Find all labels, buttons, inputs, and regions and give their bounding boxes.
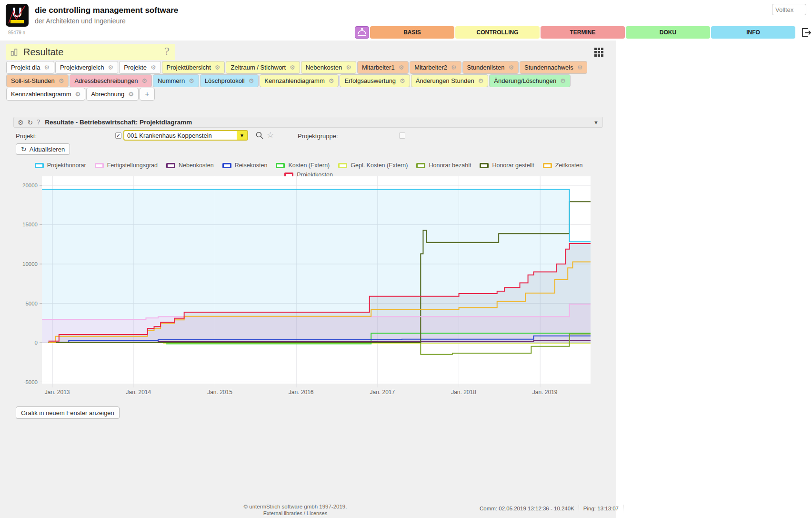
- tab-änderung-löschungen[interactable]: Änderung/Löschungen⚙: [489, 74, 571, 87]
- apps-grid-icon[interactable]: [594, 48, 604, 57]
- app-title: die controlling management software: [35, 6, 178, 15]
- dome-icon: [357, 28, 367, 37]
- tab-projektübersicht[interactable]: Projektübersicht⚙: [162, 61, 225, 74]
- tab-gear-icon[interactable]: ⚙: [75, 91, 80, 97]
- tab-gear-icon[interactable]: ⚙: [249, 78, 254, 84]
- tab-label: Mitarbeiter1: [362, 64, 395, 71]
- legend-label: Fertigstellungsgrad: [107, 162, 158, 169]
- toolbar-help-icon[interactable]: ?: [37, 119, 40, 126]
- tab-nummern[interactable]: Nummern⚙: [153, 74, 199, 87]
- legend-item-nebenkosten[interactable]: Nebenkosten: [166, 162, 214, 169]
- project-group-label: Projektgruppe:: [298, 132, 338, 140]
- project-checkbox[interactable]: ✓: [115, 132, 121, 139]
- add-tab-button[interactable]: +: [140, 88, 155, 101]
- logout-button[interactable]: [801, 27, 812, 38]
- tab-zeitraum-stichwort[interactable]: Zeitraum / Stichwort⚙: [226, 61, 300, 74]
- tab-label: Soll-ist-Stunden: [11, 77, 55, 84]
- fulltext-search-input[interactable]: [772, 4, 806, 15]
- tab-soll-ist-stunden[interactable]: Soll-ist-Stunden⚙: [6, 74, 69, 87]
- app-header: U die controlling management software de…: [0, 0, 812, 41]
- reload-icon[interactable]: ↻: [28, 119, 33, 126]
- tab-mitarbeiter1[interactable]: Mitarbeiter1⚙: [357, 61, 409, 74]
- tab-gear-icon[interactable]: ⚙: [400, 78, 405, 84]
- legend-item-reisekosten[interactable]: Reisekosten: [222, 162, 268, 169]
- legend-item-honorar-gestellt[interactable]: Honorar gestellt: [480, 162, 534, 169]
- legend-label: Gepl. Kosten (Extern): [351, 162, 408, 169]
- tab-label: Projekt dia: [11, 64, 40, 71]
- tab-erfolgsauswertung[interactable]: Erfolgsauswertung⚙: [340, 74, 410, 87]
- project-group-checkbox[interactable]: [399, 132, 405, 139]
- tab-projekte[interactable]: Projekte⚙: [119, 61, 160, 74]
- legend-item-fertigstellungsgrad[interactable]: Fertigstellungsgrad: [95, 162, 158, 169]
- tab-abrechnung[interactable]: Abrechnung⚙: [86, 88, 139, 101]
- tab-gear-icon[interactable]: ⚙: [59, 78, 64, 84]
- tab-label: Abrechnung: [91, 91, 124, 98]
- tab-gear-icon[interactable]: ⚙: [44, 64, 50, 71]
- nav-tab-basis[interactable]: BASIS: [370, 26, 454, 39]
- tab-label: Projekte: [124, 64, 147, 71]
- tab-gear-icon[interactable]: ⚙: [128, 91, 134, 97]
- tab-gear-icon[interactable]: ⚙: [508, 64, 514, 71]
- tab-mitarbeiter2[interactable]: Mitarbeiter2⚙: [410, 61, 461, 74]
- nav-tab-termine[interactable]: TERMINE: [541, 26, 625, 39]
- tab-gear-icon[interactable]: ⚙: [399, 64, 404, 71]
- collapse-caret-icon[interactable]: ▼: [593, 120, 599, 125]
- tab-label: Stundennachweis: [524, 64, 573, 71]
- footer-status: Comm: 02.05.2019 13:12:36 - 10.240K Ping…: [475, 505, 623, 512]
- tab-projekt-dia[interactable]: Projekt dia⚙: [6, 61, 54, 74]
- project-select[interactable]: 001 Krankenhaus Koppenstein ▼: [123, 130, 248, 141]
- tab-kennzahlendiagramm[interactable]: Kennzahlendiagramm⚙: [260, 74, 339, 87]
- home-dome-button[interactable]: [355, 26, 369, 39]
- tab-gear-icon[interactable]: ⚙: [215, 64, 221, 71]
- tab-projektvergleich[interactable]: Projektvergleich⚙: [55, 61, 118, 74]
- tab-gear-icon[interactable]: ⚙: [189, 78, 194, 84]
- tab-stundennachweis[interactable]: Stundennachweis⚙: [520, 61, 587, 74]
- tab-gear-icon[interactable]: ⚙: [329, 78, 334, 84]
- open-in-window-label: Grafik in neuem Fenster anzeigen: [21, 409, 114, 416]
- nav-tab-info[interactable]: INFO: [711, 26, 795, 39]
- legend-item-zeitkosten[interactable]: Zeitkosten: [543, 162, 583, 169]
- tab-nebenkosten[interactable]: Nebenkosten⚙: [301, 61, 356, 74]
- legend-swatch: [95, 163, 104, 168]
- nav-tab-doku[interactable]: DOKU: [626, 26, 710, 39]
- chart-svg: -500005000100001500020000Jan. 2013Jan. 2…: [13, 172, 604, 400]
- legend-item-kosten-extern-[interactable]: Kosten (Extern): [276, 162, 330, 169]
- nav-tab-controlling[interactable]: CONTROLLING: [455, 26, 540, 39]
- tab-gear-icon[interactable]: ⚙: [560, 78, 566, 84]
- svg-text:0: 0: [35, 340, 38, 345]
- tab-label: Adressbeschreibungen: [74, 77, 138, 84]
- legend-item-gepl-kosten-extern-[interactable]: Gepl. Kosten (Extern): [338, 162, 408, 169]
- tab-gear-icon[interactable]: ⚙: [150, 64, 156, 71]
- tab-gear-icon[interactable]: ⚙: [451, 64, 457, 71]
- ping-status: Ping: 13:13:07: [579, 505, 623, 512]
- legend-swatch: [276, 163, 285, 168]
- tab-adressbeschreibungen[interactable]: Adressbeschreibungen⚙: [70, 74, 152, 87]
- app-subtitle: der Architekten und Ingenieure: [35, 17, 126, 25]
- tab-gear-icon[interactable]: ⚙: [577, 64, 583, 71]
- tab-gear-icon[interactable]: ⚙: [141, 78, 147, 84]
- tab-gear-icon[interactable]: ⚙: [108, 64, 114, 71]
- tab-stundenlisten[interactable]: Stundenlisten⚙: [462, 61, 519, 74]
- refresh-icon: ↻: [21, 145, 27, 153]
- tab-löschprotokoll[interactable]: Löschprotokoll⚙: [200, 74, 259, 87]
- legend-swatch: [166, 163, 175, 168]
- project-select-caret[interactable]: ▼: [237, 131, 247, 140]
- tab-label: Projektvergleich: [60, 64, 104, 71]
- tab-label: Löschprotokoll: [205, 77, 245, 84]
- tab-änderungen-stunden[interactable]: Änderungen Stunden⚙: [411, 74, 489, 87]
- legend-item-honorar-bezahlt[interactable]: Honorar bezahlt: [416, 162, 471, 169]
- tab-gear-icon[interactable]: ⚙: [346, 64, 351, 71]
- help-icon[interactable]: ?: [164, 46, 170, 57]
- refresh-button[interactable]: ↻ Aktualisieren: [16, 143, 70, 155]
- open-in-window-button[interactable]: Grafik in neuem Fenster anzeigen: [16, 406, 120, 419]
- tab-label: +: [145, 90, 149, 99]
- tab-gear-icon[interactable]: ⚙: [290, 64, 295, 71]
- legend-item-projekthonorar[interactable]: Projekthonorar: [35, 162, 86, 169]
- svg-text:-5000: -5000: [24, 379, 38, 385]
- svg-text:10000: 10000: [22, 261, 38, 267]
- project-search-button[interactable]: [255, 131, 264, 142]
- settings-gear-icon[interactable]: ⚙: [18, 119, 24, 126]
- tab-gear-icon[interactable]: ⚙: [478, 78, 484, 84]
- tab-kennzahlendiagramm[interactable]: Kennzahlendiagramm⚙: [6, 88, 85, 101]
- favorite-star-icon[interactable]: ☆: [267, 130, 274, 140]
